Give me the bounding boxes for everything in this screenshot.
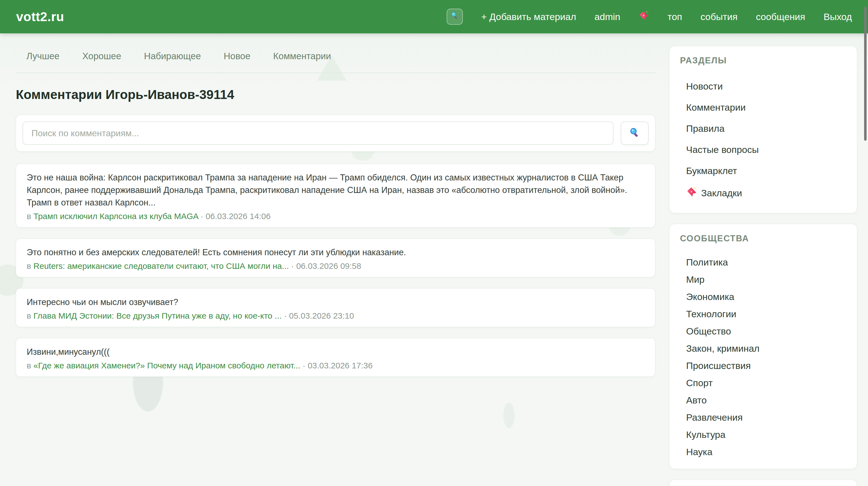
tab-best[interactable]: Лучшее	[26, 51, 60, 61]
events-link[interactable]: события	[701, 11, 738, 22]
comment-in-label: в	[27, 361, 31, 370]
page-title: Комментарии Игорь-Иванов-39114	[16, 87, 655, 102]
search-submit-button[interactable]	[621, 122, 649, 145]
comment-meta: в Reuters: американские следователи счит…	[27, 261, 644, 271]
sidebar-item-law-crime[interactable]: Закон, криминал	[680, 340, 846, 357]
sidebar-item-rules[interactable]: Правила	[680, 118, 846, 139]
comment-date: 06.03.2026 14:06	[206, 212, 271, 221]
comment-date: 06.03.2026 09:58	[296, 261, 361, 270]
comment-card: Это не наша война: Карлсон раскритиковал…	[16, 164, 655, 227]
sidebar-item-faq[interactable]: Частые вопросы	[680, 139, 846, 160]
nav-bookmarks-button[interactable]	[639, 10, 649, 23]
bookmark-icon	[686, 186, 697, 200]
tab-comments[interactable]: Комментарии	[273, 51, 331, 61]
meta-separator: ·	[291, 261, 294, 270]
sidebar-item-politics[interactable]: Политика	[680, 254, 846, 271]
admin-link[interactable]: admin	[595, 11, 620, 22]
sidebar-item-bookmarks[interactable]: Закладки	[680, 181, 846, 205]
comment-source-link[interactable]: «Где же авиация Хаменеи?» Почему над Ира…	[33, 361, 300, 370]
communities-card: СООБЩЕСТВА Политика Мир Экономика Технол…	[669, 224, 857, 469]
search-card	[16, 115, 655, 152]
scrollbar-thumb[interactable]	[864, 7, 867, 141]
comment-text: Интересно чьи он мысли озвучивает?	[27, 296, 644, 308]
comment-in-label: в	[27, 212, 31, 221]
header-nav: + Добавить материал admin топ события	[447, 9, 852, 25]
comment-source-link[interactable]: Reuters: американские следователи считаю…	[33, 261, 289, 270]
sidebar-item-economy[interactable]: Экономика	[680, 288, 846, 305]
sidebar-item-news[interactable]: Новости	[680, 76, 846, 97]
comment-text: Это понятно и без амерских следователей!…	[27, 246, 644, 259]
tabs-bar: Лучшее Хорошее Набирающее Новое Коммента…	[16, 46, 655, 73]
messages-link[interactable]: сообщения	[756, 11, 805, 22]
comment-card: Интересно чьи он мысли озвучивает? в Гла…	[16, 288, 655, 327]
header-search-button[interactable]	[447, 9, 463, 25]
sections-title: РАЗДЕЛЫ	[680, 56, 846, 66]
sections-card: РАЗДЕЛЫ Новости Комментарии Правила Част…	[669, 46, 857, 213]
tab-rising[interactable]: Набирающее	[144, 51, 201, 61]
bg-shape-ellipse	[503, 402, 515, 428]
logout-link[interactable]: Выход	[824, 11, 852, 22]
add-material-link[interactable]: + Добавить материал	[481, 11, 576, 22]
site-logo[interactable]: vott2.ru	[16, 9, 64, 24]
sidebar-item-world[interactable]: Мир	[680, 271, 846, 288]
comment-in-label: в	[27, 311, 31, 320]
comment-source-link[interactable]: Глава МИД Эстонии: Все друзья Путина уже…	[33, 311, 281, 320]
next-sidebar-card	[669, 480, 857, 486]
comment-meta: в «Где же авиация Хаменеи?» Почему над И…	[27, 361, 644, 370]
sidebar-item-technology[interactable]: Технологии	[680, 305, 846, 323]
sidebar: РАЗДЕЛЫ Новости Комментарии Правила Част…	[669, 46, 857, 486]
sidebar-item-incidents[interactable]: Происшествия	[680, 357, 846, 374]
comment-text: Извини,минусанул(((	[27, 346, 644, 358]
sidebar-item-culture[interactable]: Культура	[680, 426, 846, 443]
search-icon	[450, 11, 460, 23]
comment-date: 05.03.2026 23:10	[289, 311, 354, 320]
comment-date: 03.03.2026 17:36	[308, 361, 373, 370]
meta-separator: ·	[303, 361, 305, 370]
communities-title: СООБЩЕСТВА	[680, 233, 846, 244]
sidebar-item-comments[interactable]: Комментарии	[680, 97, 846, 118]
tab-new[interactable]: Новое	[224, 51, 250, 61]
comment-meta: в Глава МИД Эстонии: Все друзья Путина у…	[27, 311, 644, 321]
meta-separator: ·	[284, 311, 287, 320]
search-input[interactable]	[23, 122, 614, 145]
comment-source-link[interactable]: Трамп исключил Карлсона из клуба MAGA	[33, 212, 198, 221]
comment-list: Это не наша война: Карлсон раскритиковал…	[16, 164, 655, 377]
sidebar-item-society[interactable]: Общество	[680, 323, 846, 340]
main-content: Лучшее Хорошее Набирающее Новое Коммента…	[16, 46, 655, 388]
top-link[interactable]: топ	[668, 11, 682, 22]
sections-list: Новости Комментарии Правила Частые вопро…	[680, 76, 846, 205]
comment-in-label: в	[27, 261, 31, 270]
comment-card: Извини,минусанул((( в «Где же авиация Ха…	[16, 338, 655, 377]
sidebar-item-label: Закладки	[701, 187, 742, 198]
sidebar-item-entertainment[interactable]: Развлечения	[680, 409, 846, 426]
sidebar-item-bookmarklet[interactable]: Букмарклет	[680, 160, 846, 181]
bookmark-icon	[639, 10, 649, 23]
sidebar-item-auto[interactable]: Авто	[680, 391, 846, 409]
meta-separator: ·	[200, 212, 203, 221]
comment-card: Это понятно и без амерских следователей!…	[16, 238, 655, 277]
comment-text: Это не наша война: Карлсон раскритиковал…	[27, 171, 644, 209]
tab-good[interactable]: Хорошее	[82, 51, 121, 61]
header: vott2.ru + Добавить материал admin	[0, 0, 868, 33]
sidebar-item-sport[interactable]: Спорт	[680, 374, 846, 391]
sidebar-item-science[interactable]: Наука	[680, 443, 846, 460]
comment-meta: в Трамп исключил Карлсона из клуба MAGA …	[27, 212, 644, 221]
search-icon	[629, 127, 641, 139]
communities-list: Политика Мир Экономика Технологии Общест…	[680, 254, 846, 460]
